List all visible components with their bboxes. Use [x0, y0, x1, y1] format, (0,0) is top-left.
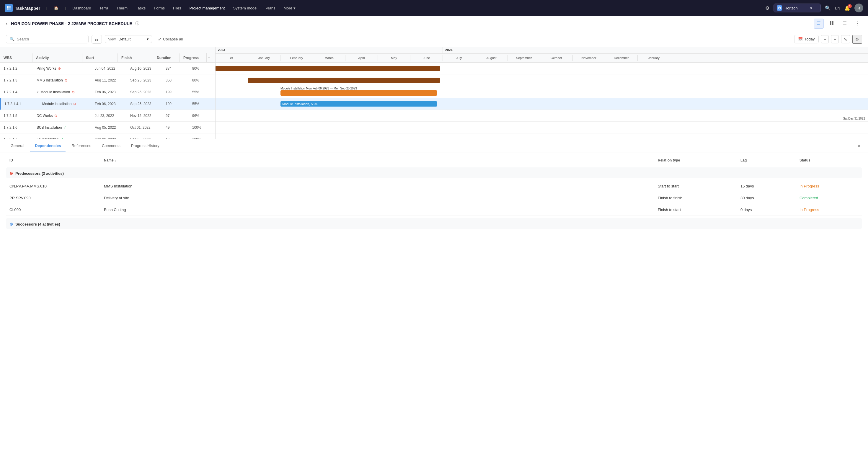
tab-progress-history[interactable]: Progress History — [126, 141, 164, 151]
info-icon[interactable]: ⓘ — [135, 21, 140, 26]
gantt-row[interactable]: 1.7.2.1.3 MMS Installation ⊘ Aug 11, 202… — [0, 74, 215, 86]
list-view-button[interactable] — [840, 19, 850, 29]
bar-dc-works-label: Sat Dec 31 2022 — [843, 117, 865, 120]
today-button[interactable]: 📅 Today — [794, 35, 819, 43]
view-label: View: — [108, 37, 117, 41]
nav-terra[interactable]: Terra — [97, 4, 111, 12]
gantt-row[interactable]: 1.7.2.1.5 DC Works ⊘ Jul 23, 2022 Nov 15… — [0, 110, 215, 122]
svg-rect-0 — [7, 6, 8, 8]
dep-cell-lag: 15 days — [740, 184, 800, 188]
dependencies-table: ID Name ↓ Relation type Lag Status ⊖ Pre… — [0, 153, 868, 457]
zoom-out-button[interactable]: − — [821, 35, 829, 43]
dependency-row[interactable]: CI.090 Bush Cutting Finish to start 0 da… — [6, 204, 862, 216]
dep-cell-status: In Progress — [800, 208, 859, 212]
sort-icon[interactable]: ↓ — [115, 159, 116, 162]
fit-button[interactable]: ⤡ — [841, 35, 850, 43]
tab-comments[interactable]: Comments — [97, 141, 125, 151]
expand-icon[interactable]: ∨ — [37, 90, 39, 94]
nav-home[interactable]: 🏠 — [51, 4, 61, 12]
cell-finish: Oct 01, 2022 — [127, 125, 162, 130]
bar-module-installation-orange — [280, 90, 437, 96]
table-view-button[interactable] — [827, 19, 837, 29]
dep-cell-id: PR.SPV.090 — [9, 196, 104, 200]
tab-general[interactable]: General — [6, 141, 29, 151]
search-input[interactable] — [17, 37, 76, 41]
dep-cell-relation: Finish to start — [658, 208, 740, 212]
search-icon[interactable]: 🔍 — [825, 5, 831, 11]
cell-progress: 100% — [189, 125, 215, 130]
app-logo[interactable]: TaskMapper — [5, 4, 40, 12]
gantt-chart-panel[interactable]: 2023 2024 er January February March Apri… — [216, 47, 868, 139]
user-avatar[interactable]: R — [855, 4, 863, 12]
dep-cell-name: Bush Cutting — [104, 208, 658, 212]
nav-files[interactable]: Files — [170, 4, 184, 12]
cell-progress: 80% — [189, 66, 215, 70]
predecessors-section[interactable]: ⊖ Predecessors (3 activities) — [6, 167, 862, 178]
nav-project-management[interactable]: Project management — [187, 4, 228, 12]
cell-progress: 55% — [189, 90, 215, 94]
svg-rect-9 — [832, 21, 833, 23]
gantt-chart-row-7 — [216, 133, 868, 139]
bottom-panel: General Dependencies References Comments… — [0, 139, 868, 457]
nav-separator2: | — [65, 6, 66, 10]
nav-therm[interactable]: Therm — [113, 4, 130, 12]
close-bottom-panel[interactable]: ✕ — [856, 142, 862, 150]
dependency-row[interactable]: CN.PV.P4A.MMS.010 MMS Installation Start… — [6, 180, 862, 192]
nav-tasks[interactable]: Tasks — [133, 4, 149, 12]
gantt-view-button[interactable] — [814, 19, 824, 29]
more-options-button[interactable]: ⋮ — [852, 19, 862, 28]
cell-finish: Sep 25, 2023 — [127, 78, 162, 82]
month-oct: October — [540, 55, 573, 61]
gantt-row[interactable]: 1.7.2.1.4 ∨ Module Installation ⊘ Feb 06… — [0, 86, 215, 98]
nav-forms[interactable]: Forms — [151, 4, 168, 12]
cell-finish: Nov 15, 2022 — [127, 114, 162, 118]
filter-button[interactable]: ⚏ — [92, 35, 102, 44]
dep-cell-relation: Finish to finish — [658, 196, 740, 200]
settings-icon[interactable]: ⚙ — [765, 5, 769, 11]
month-mar: March — [313, 55, 345, 61]
tab-references[interactable]: References — [67, 141, 96, 151]
gantt-row[interactable]: 1.7.2.1.4.1 Module installation ⊘ Feb 06… — [0, 98, 215, 110]
nav-more[interactable]: More ▾ — [280, 4, 299, 12]
today-line — [421, 63, 421, 139]
gantt-row[interactable]: 1.7.2.1.2 Piling Works ⊘ Jun 04, 2022 Au… — [0, 63, 215, 74]
gantt-row[interactable]: 1.7.2.1.7 LA Installation ✓ Sep 06, 2022… — [0, 133, 215, 139]
gantt-settings-button[interactable]: ⚙ — [852, 35, 862, 44]
svg-rect-6 — [817, 23, 819, 23]
cell-progress: 55% — [189, 102, 215, 106]
cell-finish: Sep 25, 2023 — [127, 90, 162, 94]
back-button[interactable]: ‹ — [6, 21, 7, 26]
col-id: ID — [9, 158, 104, 162]
successors-section[interactable]: ⊕ Successors (4 activities) — [6, 218, 862, 229]
cell-progress: 96% — [189, 114, 215, 118]
collapse-button[interactable]: ⤢ Collapse all — [155, 35, 186, 43]
svg-rect-2 — [7, 8, 8, 10]
logo-text: TaskMapper — [15, 6, 40, 11]
year-row: 2023 2024 — [216, 47, 868, 54]
tab-dependencies[interactable]: Dependencies — [30, 141, 66, 151]
year-2024: 2024 — [443, 47, 475, 54]
month-jul: July — [443, 55, 475, 61]
nav-plans[interactable]: Plans — [263, 4, 278, 12]
breadcrumb-bar: ‹ HORIZON POWER PHASE - 2 225MW PROJECT … — [0, 16, 868, 31]
gantt-rows-left: 1.7.2.1.2 Piling Works ⊘ Jun 04, 2022 Au… — [0, 63, 215, 139]
notifications-button[interactable]: 🔔 1 — [844, 5, 850, 11]
view-selector[interactable]: View: Default ▾ — [105, 35, 152, 43]
search-box[interactable]: 🔍 — [6, 35, 89, 43]
nav-dashboard[interactable]: Dashboard — [69, 4, 94, 12]
language-button[interactable]: EN — [835, 6, 840, 10]
dependency-row[interactable]: PR.SPV.090 Delivery at site Finish to fi… — [6, 192, 862, 204]
nav-system-model[interactable]: System model — [230, 4, 260, 12]
gantt-chart-row-4-selected[interactable]: Module installation, 55% — [216, 98, 868, 110]
cell-finish: Aug 10, 2023 — [127, 66, 162, 70]
zoom-in-button[interactable]: + — [831, 35, 839, 43]
cell-start: Feb 06, 2023 — [91, 90, 127, 94]
cell-wbs: 1.7.2.1.6 — [0, 125, 32, 130]
add-column-button[interactable]: + — [206, 53, 215, 62]
gantt-chart-row-6 — [216, 122, 868, 133]
month-feb: February — [280, 55, 313, 61]
dep-cell-status: Completed — [800, 196, 859, 200]
gantt-row[interactable]: 1.7.2.1.6 SCB Installation ✓ Aug 05, 202… — [0, 122, 215, 133]
horizon-selector[interactable]: Horizon ▾ — [774, 4, 821, 12]
month-jan2024: January — [638, 55, 670, 61]
